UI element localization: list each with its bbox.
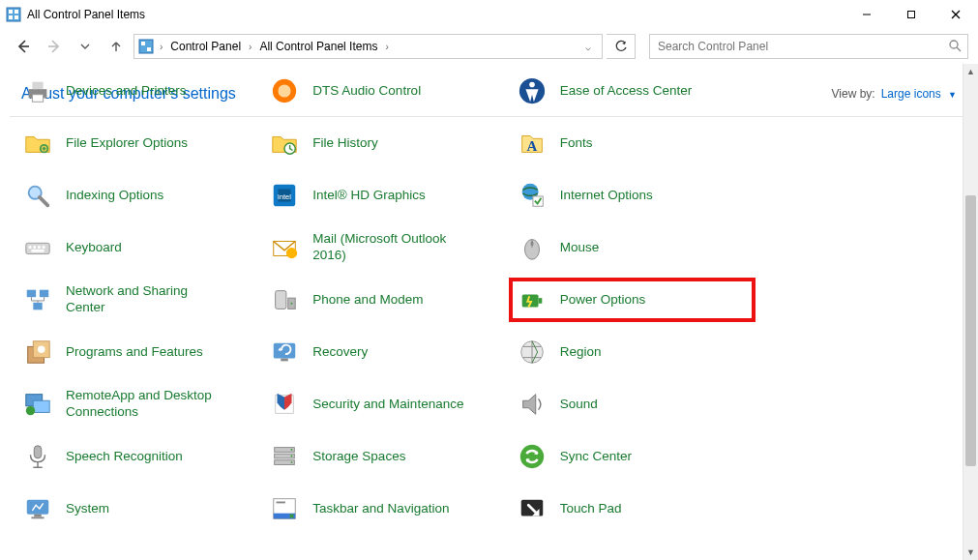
vertical-scrollbar[interactable]: ▲ ▼ bbox=[963, 64, 978, 560]
item-label: Internet Options bbox=[560, 188, 653, 204]
indexing-icon bbox=[21, 179, 54, 212]
item-region[interactable]: Region bbox=[512, 333, 753, 371]
search-box[interactable] bbox=[649, 34, 968, 59]
svg-rect-61 bbox=[34, 446, 42, 458]
svg-rect-44 bbox=[27, 290, 36, 298]
item-label: Power Options bbox=[560, 292, 646, 309]
item-label: File Explorer Options bbox=[66, 135, 188, 152]
sync-center-icon bbox=[516, 440, 548, 473]
control-panel-icon bbox=[6, 7, 21, 22]
scroll-down-icon[interactable]: ▼ bbox=[963, 545, 978, 560]
item-devices-and-printers[interactable]: Devices and Printers bbox=[17, 72, 258, 110]
scroll-thumb[interactable] bbox=[965, 195, 976, 466]
fonts-icon: A bbox=[516, 127, 548, 160]
power-options-icon bbox=[516, 283, 548, 316]
item-sound[interactable]: Sound bbox=[512, 385, 753, 424]
security-maintenance-icon bbox=[268, 388, 301, 421]
item-mouse[interactable]: Mouse bbox=[512, 228, 753, 267]
window-controls bbox=[845, 0, 978, 29]
item-label: Ease of Access Center bbox=[560, 83, 693, 100]
scroll-track[interactable] bbox=[963, 79, 978, 545]
item-power-options[interactable]: Power Options bbox=[512, 280, 753, 319]
item-label: Sync Center bbox=[560, 449, 632, 465]
svg-rect-12 bbox=[141, 42, 145, 45]
svg-rect-6 bbox=[908, 12, 915, 18]
dts-audio-icon bbox=[268, 74, 301, 107]
item-system[interactable]: System bbox=[17, 489, 258, 528]
internet-options-icon bbox=[516, 179, 548, 212]
item-label: Sound bbox=[560, 397, 598, 413]
svg-point-54 bbox=[38, 345, 45, 353]
item-storage-spaces[interactable]: Storage Spaces bbox=[264, 437, 505, 476]
svg-rect-13 bbox=[147, 47, 151, 51]
svg-rect-43 bbox=[530, 241, 533, 246]
item-intel-hd-graphics[interactable]: intel Intel® HD Graphics bbox=[264, 176, 505, 215]
up-button[interactable] bbox=[103, 33, 130, 60]
svg-point-49 bbox=[291, 303, 293, 305]
svg-rect-1 bbox=[9, 10, 13, 14]
sound-icon bbox=[516, 388, 548, 421]
item-label: Storage Spaces bbox=[312, 449, 405, 465]
item-remoteapp-desktop-connections[interactable]: RemoteApp and Desktop Connections bbox=[17, 385, 258, 424]
region-icon bbox=[516, 336, 548, 368]
item-label: Recovery bbox=[312, 344, 368, 361]
refresh-button[interactable] bbox=[607, 34, 636, 59]
item-touch-pad[interactable]: Touch Pad bbox=[512, 489, 753, 528]
ease-of-access-icon bbox=[516, 74, 548, 107]
item-label: Devices and Printers bbox=[66, 83, 187, 100]
breadcrumb-control-panel[interactable]: Control Panel bbox=[166, 35, 245, 58]
item-label: DTS Audio Control bbox=[312, 83, 421, 100]
item-label: Programs and Features bbox=[66, 344, 203, 361]
item-keyboard[interactable]: Keyboard bbox=[17, 228, 258, 267]
svg-rect-73 bbox=[31, 516, 44, 518]
window-title: All Control Panel Items bbox=[27, 8, 845, 21]
svg-line-27 bbox=[40, 197, 47, 205]
phone-modem-icon bbox=[268, 283, 301, 316]
svg-rect-35 bbox=[33, 246, 36, 249]
breadcrumb-all-items[interactable]: All Control Panel Items bbox=[255, 35, 381, 58]
item-fonts[interactable]: A Fonts bbox=[512, 124, 753, 162]
scroll-up-icon[interactable]: ▲ bbox=[963, 64, 978, 79]
address-bar[interactable]: › Control Panel › All Control Panel Item… bbox=[133, 34, 603, 59]
svg-rect-51 bbox=[538, 298, 542, 304]
svg-text:A: A bbox=[526, 138, 537, 154]
item-mail[interactable]: Mail (Microsoft Outlook 2016) bbox=[264, 228, 505, 267]
search-input[interactable] bbox=[656, 39, 948, 54]
item-security-and-maintenance[interactable]: Security and Maintenance bbox=[264, 385, 505, 424]
item-file-explorer-options[interactable]: File Explorer Options bbox=[17, 124, 258, 162]
forward-button[interactable] bbox=[41, 33, 68, 60]
chevron-right-icon[interactable]: › bbox=[158, 42, 164, 52]
item-programs-and-features[interactable]: Programs and Features bbox=[17, 333, 258, 371]
maximize-button[interactable] bbox=[889, 0, 934, 29]
address-dropdown-icon[interactable]: ⌵ bbox=[578, 42, 598, 52]
recent-locations-button[interactable] bbox=[72, 33, 99, 60]
svg-rect-18 bbox=[32, 95, 43, 103]
item-phone-and-modem[interactable]: Phone and Modem bbox=[264, 280, 505, 319]
item-dts-audio-control[interactable]: DTS Audio Control bbox=[264, 72, 505, 110]
item-indexing-options[interactable]: Indexing Options bbox=[17, 176, 258, 215]
svg-line-15 bbox=[957, 47, 961, 51]
item-speech-recognition[interactable]: Speech Recognition bbox=[17, 437, 258, 476]
svg-point-70 bbox=[519, 445, 543, 468]
chevron-right-icon[interactable]: › bbox=[383, 42, 390, 52]
remoteapp-icon bbox=[21, 388, 54, 421]
item-internet-options[interactable]: Internet Options bbox=[512, 176, 753, 215]
svg-rect-37 bbox=[43, 246, 45, 249]
item-taskbar-and-navigation[interactable]: Taskbar and Navigation bbox=[264, 489, 505, 528]
minimize-button[interactable] bbox=[845, 0, 889, 29]
item-recovery[interactable]: Recovery bbox=[264, 333, 505, 371]
close-button[interactable] bbox=[934, 0, 978, 29]
search-icon[interactable] bbox=[948, 39, 962, 55]
item-network-and-sharing-center[interactable]: Network and Sharing Center bbox=[17, 280, 258, 319]
item-file-history[interactable]: File History bbox=[264, 124, 505, 162]
item-label: Indexing Options bbox=[66, 188, 163, 204]
svg-rect-56 bbox=[282, 359, 289, 362]
item-label: Taskbar and Navigation bbox=[312, 501, 449, 517]
item-ease-of-access-center[interactable]: Ease of Access Center bbox=[512, 72, 753, 110]
svg-point-40 bbox=[286, 248, 297, 258]
item-sync-center[interactable]: Sync Center bbox=[512, 437, 753, 476]
svg-point-60 bbox=[26, 406, 35, 415]
svg-point-69 bbox=[291, 461, 293, 463]
back-button[interactable] bbox=[10, 33, 37, 60]
chevron-right-icon[interactable]: › bbox=[247, 42, 253, 52]
